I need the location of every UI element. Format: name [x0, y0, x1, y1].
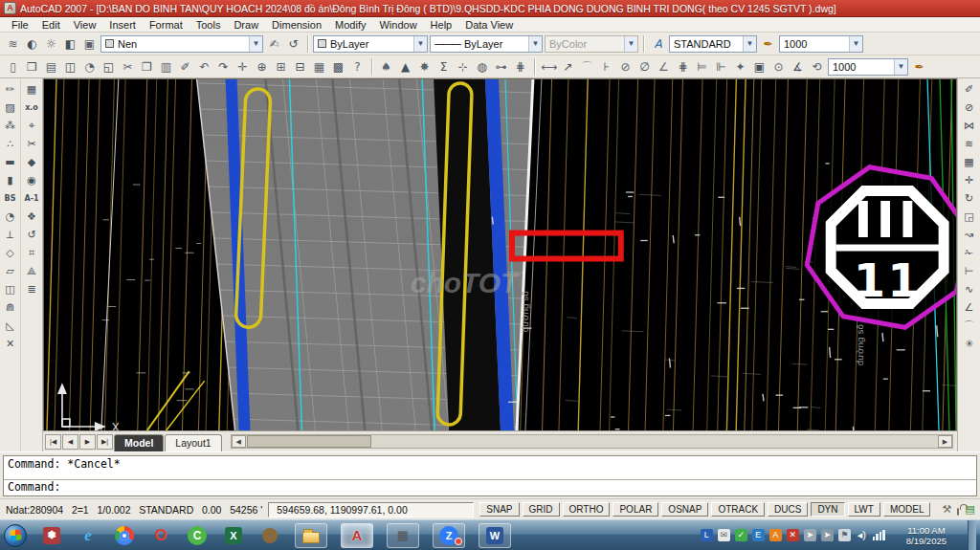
hatch-icon[interactable]: ▦: [23, 81, 41, 99]
layers-list-icon[interactable]: ≣: [23, 281, 41, 299]
undo-icon[interactable]: ↶: [195, 57, 213, 76]
parallelogram-icon[interactable]: ▱: [1, 263, 19, 281]
model-space-canvas[interactable]: choTOT đường số đường số III 11: [43, 78, 957, 430]
excel-icon[interactable]: X: [222, 524, 245, 547]
cad-drawing[interactable]: choTOT đường số đường số III 11: [44, 79, 956, 430]
volume-icon[interactable]: ◂): [856, 529, 868, 541]
points-icon[interactable]: ∴: [1, 136, 19, 154]
rotate-tool-icon[interactable]: ↺: [23, 227, 41, 245]
copy-clip-icon[interactable]: ❐: [138, 57, 156, 76]
move-icon[interactable]: ✛: [960, 172, 978, 190]
toggle-osnap[interactable]: OSNAP: [661, 502, 708, 517]
internet-explorer-icon[interactable]: e: [77, 524, 100, 547]
tray-action-center-icon[interactable]: ⚑: [838, 529, 851, 541]
cut-icon[interactable]: ✂: [119, 57, 137, 76]
chevron-down-icon[interactable]: ▼: [849, 36, 862, 52]
erase-icon[interactable]: ✐: [960, 81, 978, 99]
hatch-style-icon[interactable]: ▨: [1, 99, 19, 118]
offset-icon[interactable]: ≋: [960, 136, 978, 154]
chevron-down-icon[interactable]: ▼: [743, 36, 756, 52]
block-editor-icon[interactable]: ✸: [415, 57, 434, 76]
open-file-icon[interactable]: ❒: [23, 57, 41, 76]
xo-tool-icon[interactable]: x.o: [23, 99, 41, 118]
break-icon[interactable]: ∿: [960, 281, 978, 299]
dim-update-icon[interactable]: ✒: [910, 57, 928, 76]
make-layer-current-icon[interactable]: ✍: [265, 34, 283, 53]
ole-icon[interactable]: ◍: [473, 57, 491, 76]
solid-fill-icon[interactable]: ▬: [1, 154, 19, 172]
explode-icon[interactable]: ✳: [960, 336, 978, 354]
scale-icon[interactable]: ◲: [960, 209, 978, 227]
menu-dimension[interactable]: Dimension: [266, 19, 327, 31]
calc-icon[interactable]: Σ: [434, 57, 453, 76]
donut-icon[interactable]: ◉: [23, 172, 41, 190]
zalo-task[interactable]: Z: [433, 523, 465, 548]
sheetset-icon[interactable]: ♠: [377, 57, 395, 76]
toggle-polar[interactable]: POLAR: [612, 502, 658, 517]
dim-style-icon[interactable]: ✒: [759, 34, 777, 53]
polygon-tool-icon[interactable]: ⟁: [23, 263, 41, 281]
perpendicular-icon[interactable]: ⟂: [1, 227, 19, 245]
command-input-line[interactable]: Command:: [4, 480, 976, 495]
horizontal-scrollbar[interactable]: ◀ ▶: [231, 434, 953, 449]
tray-app-icon[interactable]: E: [752, 529, 765, 541]
trim-tool-icon[interactable]: ✂: [23, 136, 41, 154]
redo-icon[interactable]: ↷: [214, 57, 233, 76]
tray-app-icon[interactable]: ➤: [804, 529, 816, 541]
network-icon[interactable]: [873, 530, 885, 540]
layer-previous-icon[interactable]: ↺: [284, 34, 302, 53]
coordinate-readout[interactable]: 594659.68, 1190997.61, 0.00: [268, 502, 474, 517]
tab-nav-next[interactable]: ▶: [79, 434, 96, 450]
tab-layout1[interactable]: Layout1: [165, 434, 221, 451]
menu-tools[interactable]: Tools: [190, 19, 227, 31]
coccoc-icon[interactable]: C: [186, 524, 209, 547]
toggle-otrack[interactable]: OTRACK: [711, 502, 765, 517]
dim-leader-icon[interactable]: ✦: [731, 57, 749, 76]
layers-manager-icon[interactable]: ≋: [4, 34, 22, 53]
zoom-previous-icon[interactable]: ⊟: [291, 57, 309, 76]
dim-style-combo[interactable]: 1000 ▼: [779, 35, 863, 53]
region-icon[interactable]: ❖: [23, 209, 41, 227]
dim-aligned-icon[interactable]: ↗: [559, 57, 577, 76]
chevron-down-icon[interactable]: ▼: [624, 36, 637, 52]
dim-quick-icon[interactable]: ⋕: [674, 57, 692, 76]
tab-nav-last[interactable]: ▶|: [97, 434, 113, 450]
intersect-icon[interactable]: ⋒: [1, 299, 19, 318]
diamond-icon[interactable]: ◇: [1, 245, 19, 263]
copy-icon[interactable]: ⊘: [960, 99, 978, 118]
properties-icon[interactable]: ▦: [310, 57, 328, 76]
zoom-realtime-icon[interactable]: ⊕: [253, 57, 271, 76]
hyperlink-icon[interactable]: ⊶: [492, 57, 510, 76]
dim-update-icon[interactable]: ⟲: [808, 57, 826, 76]
grid-tool-icon[interactable]: ⌗: [23, 245, 41, 263]
chevron-down-icon[interactable]: ▼: [249, 36, 262, 52]
menu-help[interactable]: Help: [425, 19, 458, 31]
taskbar-pinned-app-icon[interactable]: ✽: [40, 524, 63, 547]
text-style-icon[interactable]: A: [649, 34, 667, 53]
plot-icon[interactable]: ◫: [61, 57, 79, 76]
barcode-icon[interactable]: ▮: [1, 172, 19, 190]
toggle-ortho[interactable]: ORTHO: [563, 502, 611, 517]
tray-app-icon[interactable]: L: [701, 529, 713, 541]
window-tool-icon[interactable]: ◫: [1, 281, 19, 299]
tray-app-icon[interactable]: ✕: [787, 529, 799, 541]
command-history[interactable]: Command: *Cancel*: [4, 456, 976, 480]
tab-model[interactable]: Model: [114, 434, 164, 451]
dim-diameter-icon[interactable]: ∅: [635, 57, 654, 76]
word-task[interactable]: W: [479, 523, 511, 548]
osnap-temp-icon[interactable]: ⊹: [454, 57, 472, 76]
wedge-icon[interactable]: ◆: [23, 154, 41, 172]
toggle-ducs[interactable]: DUCS: [768, 502, 808, 517]
color-combo[interactable]: ByLayer ▼: [313, 35, 428, 53]
linetype-combo[interactable]: ——— ByLayer ▼: [430, 35, 543, 53]
toggle-lwt[interactable]: LWT: [848, 502, 880, 517]
menu-view[interactable]: View: [68, 19, 102, 31]
tray-app-icon[interactable]: ➤: [821, 529, 834, 541]
paste-icon[interactable]: ▥: [157, 57, 175, 76]
show-desktop-button[interactable]: [968, 520, 976, 550]
plot-preview-icon[interactable]: ◔: [80, 57, 99, 76]
scroll-right-arrow[interactable]: ▶: [938, 435, 952, 448]
zoom-window-icon[interactable]: ⊞: [272, 57, 290, 76]
chevron-down-icon[interactable]: ▼: [894, 59, 907, 75]
dim-center-icon[interactable]: ⊙: [769, 57, 788, 76]
